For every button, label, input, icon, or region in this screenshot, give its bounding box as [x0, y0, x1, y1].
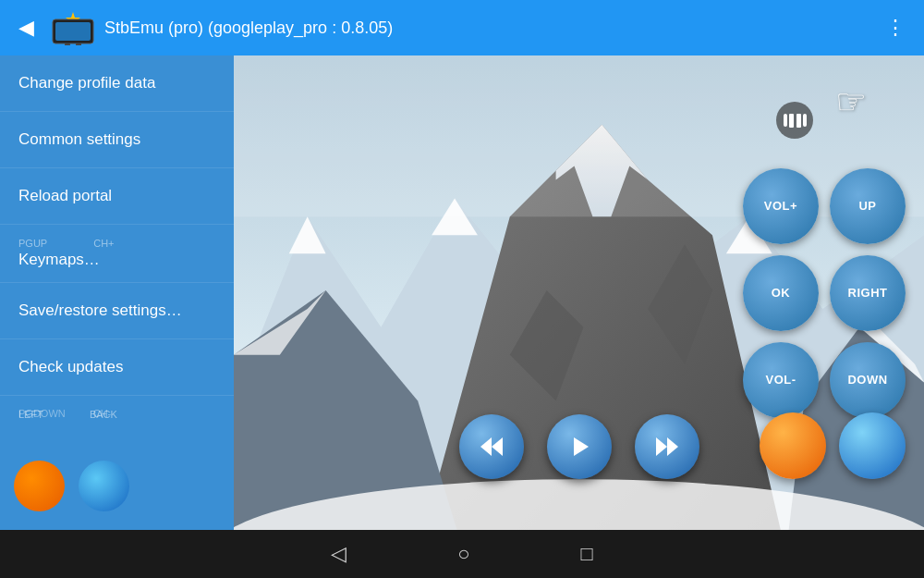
- sidebar-item-common-settings[interactable]: Common settings: [0, 112, 234, 168]
- svg-rect-3: [65, 43, 70, 45]
- back-button[interactable]: ◀: [11, 8, 42, 47]
- vol-minus-button[interactable]: VOL-: [743, 342, 819, 418]
- sidebar-bottom-circles: [14, 461, 129, 511]
- sidebar-item-keymaps[interactable]: PGUP CH+ Keymaps…: [0, 225, 234, 283]
- nav-recents-button[interactable]: □: [581, 542, 593, 566]
- ch-minus-label: CH-: [93, 408, 112, 419]
- bottom-nav-bar: ◁ ○ □: [0, 530, 924, 578]
- orange-button[interactable]: [760, 412, 826, 479]
- sidebar-blue-button[interactable]: [79, 461, 129, 511]
- tv-icon: [51, 10, 95, 45]
- rewind-button[interactable]: [459, 414, 524, 479]
- vol-plus-button[interactable]: VOL+: [743, 168, 819, 244]
- menu-button[interactable]: ⋮: [878, 8, 913, 47]
- sidebar: Change profile data Common settings Relo…: [0, 55, 234, 530]
- keymaps-label[interactable]: Keymaps…: [18, 251, 215, 269]
- app-title: StbEmu (pro) (googleplay_pro : 0.8.05): [104, 18, 878, 38]
- pgup-label: PGUP: [18, 238, 47, 249]
- svg-marker-21: [480, 437, 492, 456]
- ch-plus-label: CH+: [93, 238, 114, 249]
- sidebar-orange-button[interactable]: [14, 461, 65, 511]
- bottom-action-circles: [760, 412, 906, 479]
- up-button[interactable]: UP: [830, 168, 906, 244]
- down-button[interactable]: DOWN: [830, 342, 906, 418]
- main-content: Change profile data Common settings Relo…: [0, 55, 924, 530]
- sidebar-item-check-updates[interactable]: Check updates: [0, 339, 234, 396]
- pause-bar-left: [789, 114, 794, 128]
- right-button[interactable]: RIGHT: [830, 255, 906, 331]
- controls-panel: VOL+ UP OK RIGHT VOL- DOWN: [743, 168, 906, 418]
- pause-icon-bars: [789, 114, 801, 128]
- fast-forward-button[interactable]: [635, 414, 699, 479]
- pause-bar-right: [796, 114, 801, 128]
- ok-button[interactable]: OK: [743, 255, 819, 331]
- svg-marker-25: [667, 437, 678, 456]
- nav-home-button[interactable]: ○: [457, 542, 469, 566]
- svg-marker-22: [492, 437, 503, 456]
- svg-marker-24: [656, 437, 667, 456]
- nav-back-button[interactable]: ◁: [331, 542, 346, 566]
- svg-rect-4: [76, 43, 81, 45]
- top-bar: ◀ StbEmu (pro) (googleplay_pro : 0.8.05)…: [0, 0, 924, 55]
- sidebar-pgdown-keys: PGDOWN CH-: [0, 408, 234, 419]
- svg-rect-2: [55, 22, 91, 41]
- sidebar-item-reload-portal[interactable]: Reload portal: [0, 168, 234, 225]
- sidebar-item-save-restore[interactable]: Save/restore settings…: [0, 283, 234, 339]
- video-area: ☞ VOL+ UP OK RIGHT VOL- DOWN: [234, 55, 924, 530]
- pgdown-label: PGDOWN: [18, 408, 66, 419]
- pause-button[interactable]: [776, 102, 813, 139]
- svg-marker-23: [574, 437, 589, 456]
- play-button[interactable]: [547, 414, 612, 479]
- sidebar-item-change-profile[interactable]: Change profile data: [0, 55, 234, 112]
- blue-button[interactable]: [839, 412, 906, 479]
